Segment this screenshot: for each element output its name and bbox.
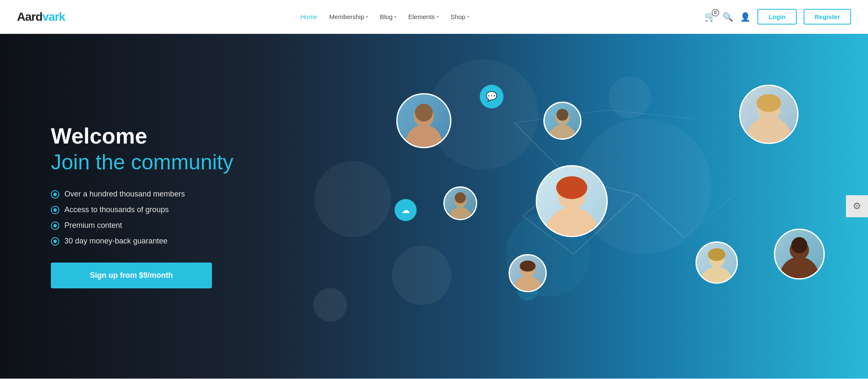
chevron-down-icon: ▾	[366, 14, 368, 19]
hero-content: Welcome Join the community Over a hundre…	[0, 124, 234, 288]
avatar	[536, 165, 608, 237]
feature-list: Over a hundred thousand members Access t…	[51, 190, 234, 246]
avatar	[543, 102, 581, 140]
logo-dark: Aard	[17, 10, 42, 24]
nav-link-shop[interactable]: Shop ▾	[451, 13, 469, 20]
avatar	[509, 254, 547, 292]
avatar	[696, 241, 738, 284]
user-button[interactable]: 👤	[740, 12, 751, 22]
nav-link-membership[interactable]: Membership ▾	[329, 13, 368, 20]
register-button[interactable]: Register	[804, 9, 851, 25]
chat-icon: 💬	[480, 85, 504, 108]
svg-point-11	[415, 104, 433, 122]
svg-point-26	[708, 248, 725, 261]
logo-accent: vark	[42, 10, 65, 24]
avatar	[396, 93, 451, 148]
hero-heading: Welcome	[51, 124, 234, 148]
bullet-icon	[51, 190, 59, 199]
feature-item: 30 day money-back guarantee	[51, 237, 234, 246]
nav-item-blog[interactable]: Blog ▾	[380, 13, 396, 20]
network-lines	[347, 34, 868, 379]
bokeh-circle	[313, 288, 347, 322]
avatar-face	[398, 93, 450, 148]
nav-links: Home Membership ▾ Blog ▾ Elements ▾ Shop…	[300, 13, 469, 20]
svg-point-20	[556, 176, 587, 199]
svg-line-7	[608, 110, 693, 119]
avatar	[443, 186, 477, 220]
svg-point-10	[406, 125, 442, 148]
search-button[interactable]: 🔍	[723, 12, 733, 22]
svg-point-32	[520, 260, 536, 271]
feature-text: Premium content	[64, 221, 122, 230]
svg-line-8	[684, 195, 735, 237]
navbar-right: 🛒 0 🔍 👤 Login Register	[704, 9, 851, 25]
navbar: Aardvark Home Membership ▾ Blog ▾ Elemen…	[0, 0, 868, 34]
logo[interactable]: Aardvark	[17, 10, 65, 24]
feature-text: 30 day money-back guarantee	[64, 237, 167, 246]
feature-item: Over a hundred thousand members	[51, 190, 234, 199]
cart-button[interactable]: 🛒 0	[704, 11, 716, 22]
feature-text: Access to thousands of groups	[64, 205, 169, 214]
gear-icon: ⚙	[853, 201, 861, 212]
chevron-down-icon: ▾	[437, 14, 439, 19]
svg-line-4	[637, 195, 684, 237]
login-button[interactable]: Login	[757, 9, 797, 25]
signup-button[interactable]: Sign up from $9/month	[51, 263, 212, 288]
feature-text: Over a hundred thousand members	[64, 190, 185, 199]
nav-link-blog[interactable]: Blog ▾	[380, 13, 396, 20]
hero-subheading: Join the community	[51, 150, 234, 174]
nav-item-home[interactable]: Home	[300, 13, 317, 20]
feature-item: Access to thousands of groups	[51, 205, 234, 214]
nav-link-elements[interactable]: Elements ▾	[408, 13, 439, 20]
cloud-icon: ☁	[395, 199, 417, 221]
nav-link-home[interactable]: Home	[300, 13, 317, 20]
svg-point-14	[556, 109, 568, 121]
svg-point-23	[455, 192, 466, 203]
cart-count: 0	[712, 9, 719, 17]
bullet-icon	[51, 221, 59, 230]
bullet-icon	[51, 237, 59, 246]
nav-item-membership[interactable]: Membership ▾	[329, 13, 368, 20]
bullet-icon	[51, 206, 59, 214]
svg-point-29	[791, 237, 807, 253]
nav-item-elements[interactable]: Elements ▾	[408, 13, 439, 20]
avatar	[739, 85, 798, 144]
avatar	[774, 229, 825, 279]
hero-section: 💬 ☁ ⚙ Welcome Join the community Over a …	[0, 34, 868, 379]
feature-item: Premium content	[51, 221, 234, 230]
svg-point-17	[757, 94, 781, 112]
nav-item-shop[interactable]: Shop ▾	[451, 13, 469, 20]
chevron-down-icon: ▾	[467, 14, 469, 19]
settings-panel[interactable]: ⚙	[846, 195, 868, 217]
chevron-down-icon: ▾	[394, 14, 396, 19]
